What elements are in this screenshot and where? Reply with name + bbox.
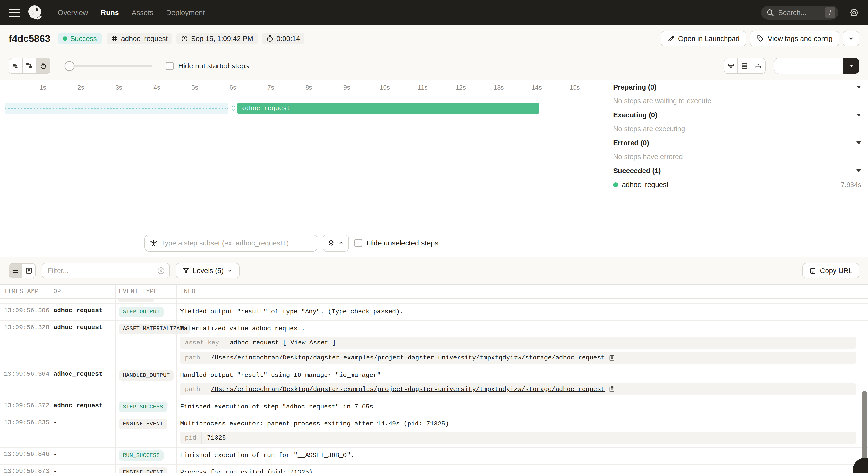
log-row[interactable]: 13:09:56.328adhoc_requestASSET_MATERIALI…	[0, 321, 868, 368]
levels-filter-button[interactable]: Levels (5)	[176, 263, 240, 278]
metadata-key: path	[180, 383, 205, 395]
step-subset-apply-button[interactable]	[322, 235, 349, 251]
dagster-logo[interactable]	[27, 5, 43, 21]
log-table-body: 13:09:56.306adhoc_requestSTEP_OUTPUTYiel…	[0, 304, 868, 473]
gantt-axis-tick: 1s	[39, 84, 46, 91]
waterfall-gantt-icon[interactable]	[23, 59, 36, 73]
job-grid-icon	[111, 35, 118, 42]
nav-item-deployment[interactable]: Deployment	[166, 8, 205, 17]
step-subset-input[interactable]: Type a step subset (ex: adhoc_request+)	[145, 235, 317, 251]
log-op: -	[50, 467, 115, 473]
collapse-panel-down-icon[interactable]	[724, 59, 738, 73]
hamburger-menu-icon[interactable]	[9, 7, 21, 19]
log-row[interactable]: 13:09:56.835-ENGINE_EVENTMultiprocess ex…	[0, 416, 868, 447]
log-row[interactable]: 13:09:56.873-ENGINE_EVENTProcess for run…	[0, 465, 868, 473]
log-view-mode-group	[9, 263, 36, 278]
step-duration: 7.934s	[841, 181, 861, 189]
nav-item-overview[interactable]: Overview	[58, 8, 88, 17]
gantt-gridline	[385, 93, 385, 257]
log-event-type-cell: ENGINE_EVENT	[115, 467, 176, 473]
log-row[interactable]: 13:09:56.364adhoc_requestHANDLED_OUTPUTH…	[0, 368, 868, 399]
log-event-type-cell: ASSET_MATERIALIZAT…	[115, 324, 176, 364]
run-actions-menu-button[interactable]	[843, 31, 859, 46]
gantt-view-mode-group	[9, 58, 51, 74]
gantt-gridline	[81, 93, 81, 257]
raw-log-view-icon[interactable]	[22, 264, 35, 278]
split-panels-icon[interactable]	[738, 59, 751, 73]
gear-icon[interactable]	[849, 7, 859, 18]
metadata-key: path	[180, 352, 205, 364]
checkbox-box[interactable]	[165, 62, 174, 70]
step-panel-section-header[interactable]: Preparing (0)	[606, 80, 868, 94]
nav-item-runs[interactable]: Runs	[101, 8, 119, 17]
copy-path-icon[interactable]	[609, 354, 615, 361]
gantt-step-bar[interactable]: adhoc_request	[238, 103, 539, 113]
step-panel-section-header[interactable]: Succeeded (1)	[606, 164, 868, 178]
log-op: adhoc_request	[50, 324, 115, 364]
log-timestamp: 13:09:56.372	[0, 402, 50, 412]
log-info: Yielded output "result" of type "Any". (…	[176, 307, 868, 317]
step-panel-section-header[interactable]: Errored (0)	[606, 136, 868, 150]
checkbox-box[interactable]	[354, 239, 362, 247]
log-row-partial	[0, 299, 868, 304]
structured-log-view-icon[interactable]	[9, 264, 22, 278]
clear-filter-icon[interactable]	[157, 267, 165, 275]
log-event-type-cell: STEP_OUTPUT	[115, 307, 176, 317]
chevron-up-icon	[338, 240, 344, 246]
log-timestamp: 13:09:56.835	[0, 419, 50, 444]
copy-path-icon[interactable]	[609, 386, 615, 393]
chevron-down-icon	[227, 268, 233, 274]
copy-url-button[interactable]: Copy URL	[803, 263, 859, 278]
run-tag[interactable]: 0:00:14	[262, 33, 304, 44]
gantt-gridline	[43, 93, 43, 257]
run-tag[interactable]: Sep 15, 1:09:42 PM	[177, 33, 257, 44]
event-log-table: TIMESTAMPOPEVENT TYPEINFO 13:09:56.306ad…	[0, 284, 868, 473]
bracket: ]	[332, 339, 336, 346]
section-empty-text: No steps are executing	[606, 122, 868, 136]
metadata-value: /Users/erincochran/Desktop/dagster-examp…	[205, 384, 621, 395]
path-link[interactable]: /Users/erincochran/Desktop/dagster-examp…	[211, 386, 604, 393]
gantt-chart[interactable]: Type a step subset (ex: adhoc_request+) …	[0, 80, 606, 257]
flat-gantt-icon[interactable]	[9, 59, 23, 73]
search-icon	[766, 8, 774, 17]
log-filter-input[interactable]: Filter...	[42, 263, 170, 278]
view-tags-config-button[interactable]: View tags and config	[750, 31, 839, 46]
gantt-axis-tick: 13s	[494, 84, 504, 91]
step-panel-section-header[interactable]: Executing (0)	[606, 108, 868, 122]
asset-key-value: adhoc_request [	[229, 339, 286, 346]
chevron-down-icon	[856, 113, 861, 116]
gantt-toolbar: Hide not started steps Re-execute all (*…	[0, 52, 868, 80]
gantt-axis-tick: 14s	[532, 84, 542, 91]
log-toolbar: Filter... Levels (5) Copy URL	[0, 257, 868, 284]
succeeded-step-row[interactable]: adhoc_request7.934s	[606, 178, 868, 192]
timed-gantt-icon[interactable]	[36, 59, 50, 73]
gantt-gridline	[347, 93, 347, 257]
nav-item-assets[interactable]: Assets	[131, 8, 153, 17]
step-name: adhoc_request	[622, 181, 837, 189]
run-tag[interactable]: adhoc_request	[106, 33, 172, 44]
reexecute-options-button[interactable]	[843, 58, 859, 74]
log-row[interactable]: 13:09:56.846-RUN_SUCCESSFinished executi…	[0, 447, 868, 465]
step-selector-icon	[150, 239, 158, 247]
metadata-text-value: 71325	[207, 434, 226, 441]
slider-knob[interactable]	[65, 61, 74, 71]
chevron-down-icon	[856, 141, 861, 144]
gantt-axis-tick: 5s	[191, 84, 198, 91]
primary-nav: OverviewRunsAssetsDeployment	[58, 8, 205, 17]
reexecute-all-button[interactable]: Re-execute all (*)	[774, 58, 843, 74]
log-timestamp: 13:09:56.328	[0, 324, 50, 364]
expand-panel-up-icon[interactable]	[751, 59, 765, 73]
log-row[interactable]: 13:09:56.372adhoc_requestSTEP_SUCCESSFin…	[0, 399, 868, 416]
open-in-launchpad-button[interactable]: Open in Launchpad	[661, 31, 746, 46]
log-timestamp: 13:09:56.846	[0, 450, 50, 461]
gantt-gridline	[309, 93, 309, 257]
gantt-zoom-slider[interactable]	[65, 61, 152, 71]
log-info-text: Yielded output "result" of type "Any". (…	[180, 307, 864, 316]
section-empty-text: No steps are waiting to execute	[606, 94, 868, 108]
search-input[interactable]: Search... /	[761, 6, 838, 20]
log-row[interactable]: 13:09:56.306adhoc_requestSTEP_OUTPUTYiel…	[0, 304, 868, 321]
view-asset-link[interactable]: View Asset	[290, 339, 328, 346]
hide-not-started-checkbox[interactable]: Hide not started steps	[165, 62, 249, 70]
path-link[interactable]: /Users/erincochran/Desktop/dagster-examp…	[211, 354, 604, 362]
hide-unselected-checkbox[interactable]: Hide unselected steps	[354, 239, 438, 247]
